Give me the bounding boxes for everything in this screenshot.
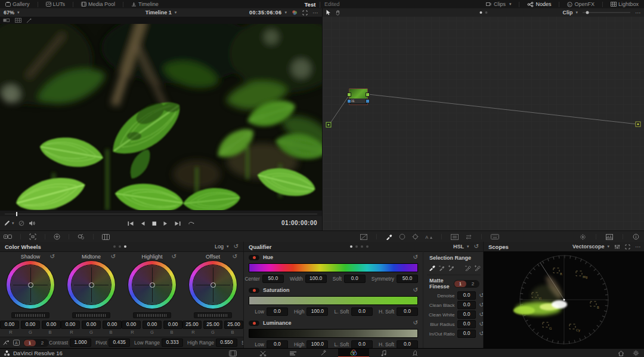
step-back-button[interactable] [141,221,145,226]
node-rgb-output[interactable] [366,93,370,97]
audio-mute-icon[interactable] [29,220,36,226]
pivot-value[interactable]: 0.435 [109,338,130,347]
wheel-tab-2[interactable]: 2 [36,340,48,346]
node-key-input[interactable] [347,99,351,103]
split-screen-icon[interactable] [3,18,10,23]
pan-hand-icon[interactable] [335,10,341,16]
viewer-image[interactable] [0,24,322,210]
midtone-color-wheel[interactable] [67,261,115,309]
node-rgb-input[interactable] [347,93,351,97]
midtone-g-value[interactable]: 0.00 [82,321,101,329]
highlight-g-value[interactable]: 0.00 [143,321,162,329]
loop-button[interactable] [188,220,195,226]
settings-gear-icon[interactable] [633,350,639,356]
softness-subtract-icon[interactable] [465,264,472,271]
inout-ratio-value[interactable]: 0.0 [457,330,475,338]
sat-lsoft-value[interactable]: 0.0 [351,307,373,316]
add-node-icon[interactable] [54,233,60,240]
reset-saturation-icon[interactable]: ↺ [413,287,418,293]
node-mode-select[interactable]: Clip ▾ [562,10,578,16]
wheel-mode-select[interactable]: Log ▾ [215,244,229,250]
wheel-indicator[interactable] [28,282,33,288]
reset-icon[interactable]: ↺ [50,254,55,260]
page-fusion-button[interactable] [311,349,335,357]
shadow-g-value[interactable]: 0.00 [21,321,40,329]
grade-bypass-icon[interactable] [18,220,24,226]
hue-center-value[interactable]: 50.0 [262,275,284,283]
media-pool-button[interactable]: Media Pool [76,0,120,8]
project-manager-icon[interactable] [618,350,624,356]
grade-preview-icon[interactable] [292,10,298,16]
saturation-range-bar[interactable] [249,296,418,305]
wheel-indicator[interactable] [210,282,216,288]
shadow-color-wheel[interactable] [7,261,54,309]
reset-icon[interactable]: ↺ [111,254,116,260]
viewer-timeline-select[interactable]: Timeline 1 ▾ [145,10,177,16]
reset-hue-icon[interactable]: ↺ [413,254,418,260]
midtone-b-value[interactable]: 0.00 [103,321,122,329]
clip-timecode-select[interactable]: 00:35:06:06 ▾ [249,10,287,16]
luminance-range-bar[interactable] [249,329,418,338]
color-wheels-page-dots[interactable] [113,245,126,248]
auto-grade-icon[interactable]: A [13,340,20,346]
picker-add-icon[interactable] [448,264,455,271]
offset-color-wheel[interactable] [189,261,237,309]
highlight-r-value[interactable]: 0.00 [122,321,141,329]
grab-still-icon[interactable] [29,233,36,240]
openfx-button[interactable]: fx OpenFX [562,0,600,8]
reset-luminance-icon[interactable]: ↺ [413,320,418,326]
annotation-tool-button[interactable]: ▾ [4,220,14,226]
hue-enable-toggle[interactable] [249,255,259,260]
page-media-button[interactable] [221,349,244,357]
offset-g-value[interactable]: 25.00 [203,321,222,329]
sat-low-value[interactable]: 0.0 [267,307,288,316]
reset-qualifier-icon[interactable]: ↺ [474,244,479,250]
reset-icon[interactable]: ↺ [172,254,177,260]
viewer-options-menu[interactable]: ⋯ [312,10,318,16]
cursor-tool-icon[interactable] [326,10,331,16]
page-edit-button[interactable] [281,349,305,357]
node-graph-canvas[interactable]: 01 [322,17,644,230]
wheel-tab-1[interactable]: 1 [24,340,36,346]
luminance-enable-toggle[interactable] [249,321,259,326]
viewer-zoom-select[interactable]: 67% ▾ [4,10,20,16]
page-color-button[interactable] [338,349,369,357]
skip-to-start-button[interactable] [128,221,134,226]
scope-options-menu[interactable]: ⋯ [635,244,641,250]
tracker-target-icon[interactable] [412,233,419,240]
node-key-output[interactable] [366,99,370,103]
clips-button[interactable]: Clips ▾ [481,0,517,8]
shadow-r-value[interactable]: 0.00 [0,321,19,329]
lightbox-grid-icon[interactable] [102,234,110,240]
contrast-value[interactable]: 1.000 [70,338,91,347]
grid-view-icon[interactable] [15,18,21,23]
gallery-stills-icon[interactable] [4,233,12,240]
qualifier-picker-icon[interactable] [386,233,392,240]
low-range-value[interactable]: 0.333 [162,338,183,347]
custom-curves-icon[interactable] [3,340,10,346]
midtone-r-value[interactable]: 0.00 [61,321,80,329]
wheel-indicator[interactable] [150,282,155,288]
highlight-toggle-icon[interactable] [360,234,367,240]
lum-high-value[interactable]: 100.0 [306,340,328,349]
timeline-button[interactable]: Timeline [126,0,164,8]
sat-high-value[interactable]: 100.0 [306,307,328,316]
offset-b-value[interactable]: 25.00 [224,321,243,329]
reset-icon[interactable]: ↺ [233,254,237,260]
keyboard-icon[interactable] [491,234,499,239]
shadow-b-value[interactable]: 0.00 [42,321,61,329]
node-options-menu[interactable]: ⋯ [635,10,641,16]
magic-mask-icon[interactable]: A [425,233,432,240]
highlight-master-slider[interactable] [133,312,171,318]
sat-hsoft-value[interactable]: 0.0 [397,307,418,316]
color-trace-icon[interactable] [78,233,85,240]
window-circle-icon[interactable] [399,233,405,240]
highlight-color-wheel[interactable] [128,261,176,309]
softness-add-icon[interactable] [474,264,481,271]
node-zoom-slider[interactable] [583,10,630,15]
hue-width-value[interactable]: 100.0 [305,275,327,283]
nodes-button[interactable]: Nodes [522,0,556,8]
offset-master-slider[interactable] [194,312,232,318]
scope-type-select[interactable]: Vectorscope ▾ [572,244,609,250]
dual-screen-icon[interactable] [465,234,472,240]
